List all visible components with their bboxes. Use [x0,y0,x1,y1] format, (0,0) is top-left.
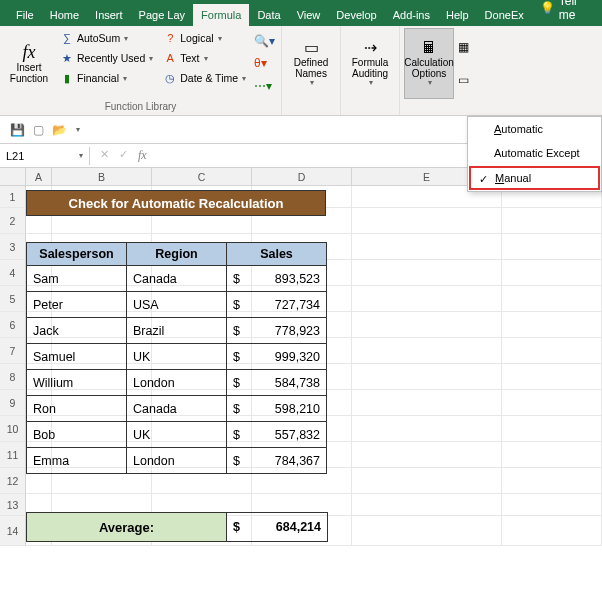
cell[interactable] [502,234,602,260]
cell[interactable] [352,338,502,364]
cell-salesperson[interactable]: Peter [27,292,127,318]
cell-region[interactable]: USA [127,292,227,318]
cell[interactable] [352,442,502,468]
tab-insert[interactable]: Insert [87,4,131,26]
cell-region[interactable]: UK [127,422,227,448]
select-all-corner[interactable] [0,168,26,185]
calc-now-icon[interactable]: ▦ [458,40,469,54]
row-head[interactable]: 6 [0,312,26,338]
cell[interactable] [352,312,502,338]
date-time-button[interactable]: ◷Date & Time▾ [159,68,250,88]
cell-region[interactable]: Canada [127,396,227,422]
text-button[interactable]: AText▾ [159,48,250,68]
insert-function-button[interactable]: fx Insert Function [4,28,54,99]
enter-icon[interactable]: ✓ [119,148,128,163]
row-head[interactable]: 4 [0,260,26,286]
fx-icon[interactable]: fx [138,148,147,163]
tell-me[interactable]: 💡 Tell me [532,0,602,26]
cell[interactable] [352,468,502,494]
tab-formulas[interactable]: Formula [193,4,249,26]
row-head[interactable]: 5 [0,286,26,312]
cancel-icon[interactable]: ✕ [100,148,109,163]
col-head-a[interactable]: A [26,168,52,185]
financial-button[interactable]: ▮Financial▾ [56,68,157,88]
col-head-d[interactable]: D [252,168,352,185]
cell-sales[interactable]: $893,523 [227,266,327,292]
tab-addins[interactable]: Add-ins [385,4,438,26]
autosum-button[interactable]: ∑AutoSum▾ [56,28,157,48]
row-head[interactable]: 8 [0,364,26,390]
open-icon[interactable]: 📂 [52,123,67,137]
menu-manual[interactable]: ManualManual [469,166,600,190]
cell-sales[interactable]: $557,832 [227,422,327,448]
cell-salesperson[interactable]: Bob [27,422,127,448]
cell-sales[interactable]: $584,738 [227,370,327,396]
recently-used-button[interactable]: ★Recently Used▾ [56,48,157,68]
lookup-icon[interactable]: 🔍▾ [254,34,275,48]
cell-sales[interactable]: $784,367 [227,448,327,474]
row-head[interactable]: 14 [0,516,26,546]
cell-salesperson[interactable]: Jack [27,318,127,344]
new-icon[interactable]: ▢ [33,123,44,137]
cell[interactable] [502,208,602,234]
cell-sales[interactable]: $598,210 [227,396,327,422]
cell[interactable] [352,494,502,516]
cell-region[interactable]: Brazil [127,318,227,344]
row-head[interactable]: 10 [0,416,26,442]
cell[interactable] [502,390,602,416]
cell-sales[interactable]: $727,734 [227,292,327,318]
cell-sales[interactable]: $999,320 [227,344,327,370]
cell-salesperson[interactable]: Sam [27,266,127,292]
logical-button[interactable]: ?Logical▾ [159,28,250,48]
tab-help[interactable]: Help [438,4,477,26]
row-head[interactable]: 12 [0,468,26,494]
tab-page-layout[interactable]: Page Lay [131,4,193,26]
row-head[interactable]: 13 [0,494,26,516]
cell[interactable] [502,468,602,494]
cell[interactable] [352,260,502,286]
cell-sales[interactable]: $778,923 [227,318,327,344]
save-icon[interactable]: 💾 [10,123,25,137]
defined-names-button[interactable]: ▭ Defined Names▾ [286,28,336,99]
cell-region[interactable]: London [127,370,227,396]
cell-salesperson[interactable]: Samuel [27,344,127,370]
tab-view[interactable]: View [289,4,329,26]
col-head-b[interactable]: B [52,168,152,185]
cell[interactable] [502,442,602,468]
row-head[interactable]: 7 [0,338,26,364]
menu-automatic[interactable]: AAutomaticutomatic [468,117,601,141]
calculation-options-button[interactable]: 🖩 Calculation Options▾ [404,28,454,99]
menu-automatic-except[interactable]: Automatic Except [468,141,601,165]
col-head-c[interactable]: C [152,168,252,185]
cell[interactable] [352,516,502,546]
math-icon[interactable]: θ▾ [254,56,275,70]
row-head[interactable]: 11 [0,442,26,468]
cell[interactable] [502,416,602,442]
row-head[interactable]: 2 [0,208,26,234]
formula-auditing-button[interactable]: ⇢ Formula Auditing▾ [345,28,395,99]
qat-more-icon[interactable]: ▾ [76,125,80,134]
row-head[interactable]: 9 [0,390,26,416]
tab-file[interactable]: File [8,4,42,26]
cell[interactable] [502,494,602,516]
name-box[interactable]: L21 ▾ [0,147,90,165]
tab-developer[interactable]: Develop [328,4,384,26]
cell-region[interactable]: UK [127,344,227,370]
cell-salesperson[interactable]: Ron [27,396,127,422]
tab-home[interactable]: Home [42,4,87,26]
cell[interactable] [502,364,602,390]
cell[interactable] [502,338,602,364]
cell[interactable] [352,208,502,234]
cell[interactable] [352,364,502,390]
cell-salesperson[interactable]: Willium [27,370,127,396]
tab-doneex[interactable]: DoneEx [477,4,532,26]
tab-data[interactable]: Data [249,4,288,26]
row-head[interactable]: 3 [0,234,26,260]
row-head[interactable]: 1 [0,186,26,208]
cell[interactable] [352,286,502,312]
cell-salesperson[interactable]: Emma [27,448,127,474]
cell[interactable] [502,516,602,546]
more-icon[interactable]: ⋯▾ [254,79,275,93]
cell[interactable] [502,260,602,286]
cell[interactable] [352,390,502,416]
